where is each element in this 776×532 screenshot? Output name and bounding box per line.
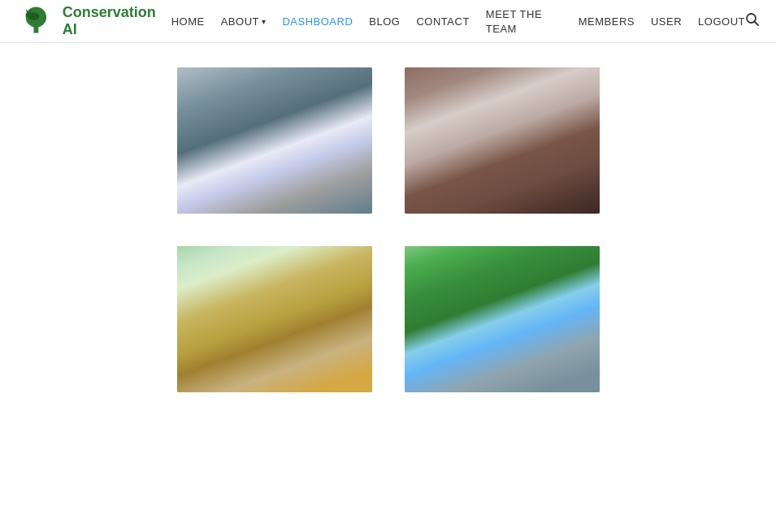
- upload-card-image: [177, 67, 372, 214]
- logo-icon: [16, 5, 56, 37]
- tagging-card[interactable]: Tagging: [177, 246, 372, 392]
- nav-blog[interactable]: BLOG: [369, 15, 400, 28]
- nav-about[interactable]: ABOUT ▾: [221, 15, 267, 28]
- nav-links: HOME ABOUT ▾ DASHBOARD BLOG CONTACT MEET…: [171, 6, 745, 36]
- search-icon[interactable]: [745, 12, 760, 30]
- nav-meet-the-team[interactable]: MEET THE TEAM: [486, 8, 542, 35]
- logo-link[interactable]: Conservation AI: [16, 4, 171, 38]
- observations-card[interactable]: Observations: [405, 246, 600, 392]
- svg-line-5: [30, 10, 31, 12]
- upload-files-card[interactable]: Upload Files: [177, 67, 372, 214]
- nav-home[interactable]: HOME: [171, 15, 205, 28]
- nav-user[interactable]: USER: [651, 15, 682, 28]
- navbar: Conservation AI HOME ABOUT ▾ DASHBOARD B…: [0, 0, 776, 43]
- tagging-card-image: [177, 246, 372, 392]
- svg-rect-1: [33, 25, 38, 33]
- about-dropdown-arrow: ▾: [262, 17, 267, 26]
- nav-dashboard[interactable]: DASHBOARD: [282, 15, 353, 28]
- dashboard-main: Upload Files Results Tagging Observation…: [0, 43, 776, 417]
- brand-name: Conservation AI: [63, 4, 171, 38]
- nav-logout[interactable]: LOGOUT: [698, 15, 745, 28]
- svg-line-4: [27, 10, 28, 12]
- observations-card-image: [405, 246, 600, 392]
- cards-row-2: Tagging Observations: [177, 246, 600, 392]
- results-card-image: [405, 67, 600, 214]
- nav-contact[interactable]: CONTACT: [416, 15, 469, 28]
- results-card[interactable]: Results: [405, 67, 600, 214]
- cards-row-1: Upload Files Results: [177, 67, 600, 214]
- svg-point-3: [26, 12, 33, 17]
- svg-line-7: [755, 22, 759, 26]
- nav-members[interactable]: MEMBERS: [579, 15, 635, 28]
